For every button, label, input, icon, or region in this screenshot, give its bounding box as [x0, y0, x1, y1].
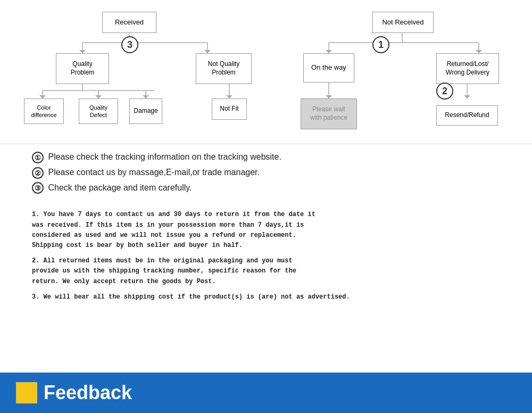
footer: Feedback	[0, 373, 532, 413]
box-resend-refund: Resend/Refund	[436, 105, 498, 126]
box-not-quality-problem: Not Quality Problem	[196, 53, 252, 84]
badge-3: 3	[121, 36, 138, 53]
svg-marker-25	[464, 95, 470, 98]
box-returned: Returned/Lost/ Wrong Delivery	[436, 53, 499, 84]
policy-item-2: 2. All returned items must be in the ori…	[32, 256, 500, 287]
instruction-3: ③ Check the package and item carefully.	[32, 180, 500, 196]
footer-yellow-square	[16, 382, 37, 403]
box-received: Received	[102, 12, 156, 33]
policy-item-3: 3. We will bear all the shipping cost if…	[32, 292, 500, 302]
instructions-section: ① Please check the tracking information …	[0, 144, 532, 201]
box-not-fit: Not Fit	[212, 98, 247, 120]
footer-text: Feedback	[44, 382, 132, 404]
box-quality-problem: Quality Problem	[56, 53, 109, 84]
policy-item-1: 1. You have 7 days to contact us and 30 …	[32, 210, 500, 251]
flowchart-area: Received 3 Quality Problem Not Quality P…	[0, 0, 532, 144]
box-color-difference: Color difference	[24, 98, 64, 124]
instruction-1: ① Please check the tracking information …	[32, 150, 500, 165]
box-on-the-way: On the way	[303, 53, 354, 82]
instruction-2: ② Please contact us by massage,E-mail,or…	[32, 165, 500, 180]
box-please-wait: Please wait with patience	[301, 98, 357, 129]
box-damage: Damage	[129, 98, 162, 124]
badge-1: 1	[372, 36, 389, 53]
main-content: Received 3 Quality Problem Not Quality P…	[0, 0, 532, 373]
box-quality-defect: Quality Defect	[79, 98, 118, 124]
policy-section: 1. You have 7 days to contact us and 30 …	[0, 207, 532, 310]
box-not-received: Not Received	[372, 12, 434, 33]
badge-2: 2	[436, 82, 453, 100]
